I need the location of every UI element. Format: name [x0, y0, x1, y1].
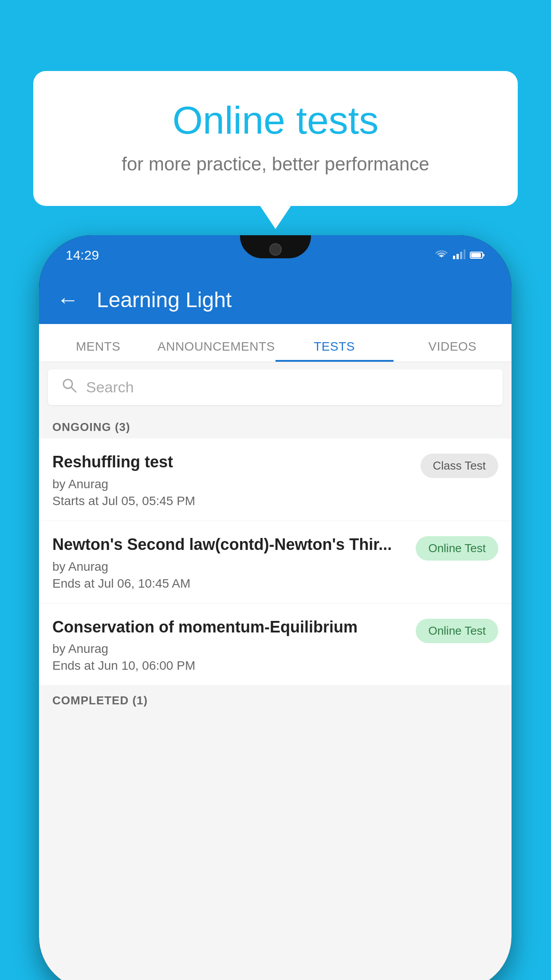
test-title: Conservation of momentum-Equilibrium: [52, 617, 407, 638]
test-by: by Anurag: [52, 560, 407, 574]
battery-icon: [470, 248, 485, 262]
back-button[interactable]: ←: [57, 287, 79, 312]
bubble-title: Online tests: [69, 98, 482, 143]
tab-ments[interactable]: MENTS: [39, 340, 157, 362]
svg-rect-0: [453, 256, 455, 259]
search-bar[interactable]: Search: [48, 369, 503, 405]
search-icon: [61, 377, 77, 397]
test-title: Reshuffling test: [52, 452, 412, 473]
ongoing-section-label: ONGOING (3): [39, 412, 512, 439]
test-date: Starts at Jul 05, 05:45 PM: [52, 494, 412, 508]
bubble-subtitle: for more practice, better performance: [69, 154, 482, 175]
app-title: Learning Light: [97, 288, 232, 312]
svg-rect-5: [483, 254, 484, 257]
search-placeholder: Search: [86, 379, 134, 396]
status-icons: [434, 248, 485, 262]
phone-frame: 14:29: [39, 235, 512, 980]
svg-rect-2: [460, 252, 462, 259]
tab-tests[interactable]: TESTS: [276, 340, 394, 362]
completed-section-label: COMPLETED (1): [39, 686, 512, 712]
test-badge: Class Test: [421, 454, 498, 478]
status-bar: 14:29: [39, 235, 512, 275]
camera: [269, 243, 282, 256]
test-info: Reshuffling test by Anurag Starts at Jul…: [52, 452, 412, 508]
speech-bubble: Online tests for more practice, better p…: [33, 71, 518, 206]
svg-rect-3: [464, 249, 465, 259]
test-badge: Online Test: [416, 619, 498, 643]
app-header: ← Learning Light: [39, 275, 512, 324]
test-item[interactable]: Newton's Second law(contd)-Newton's Thir…: [39, 521, 512, 604]
svg-line-8: [71, 387, 76, 392]
tabs-bar: MENTS ANNOUNCEMENTS TESTS VIDEOS: [39, 324, 512, 362]
test-badge: Online Test: [416, 536, 498, 561]
test-item[interactable]: Reshuffling test by Anurag Starts at Jul…: [39, 439, 512, 521]
content-area: Search ONGOING (3) Reshuffling test by A…: [39, 362, 512, 980]
test-item[interactable]: Conservation of momentum-Equilibrium by …: [39, 604, 512, 686]
notch: [240, 235, 311, 258]
test-info: Newton's Second law(contd)-Newton's Thir…: [52, 534, 407, 591]
test-by: by Anurag: [52, 642, 407, 656]
background: Online tests for more practice, better p…: [0, 0, 551, 980]
test-date: Ends at Jul 06, 10:45 AM: [52, 577, 407, 591]
wifi-icon: [434, 248, 449, 262]
signal-icon: [453, 248, 465, 262]
test-date: Ends at Jun 10, 06:00 PM: [52, 659, 407, 673]
svg-rect-6: [471, 253, 481, 257]
test-title: Newton's Second law(contd)-Newton's Thir…: [52, 534, 407, 555]
svg-rect-1: [457, 254, 459, 259]
test-list: Reshuffling test by Anurag Starts at Jul…: [39, 439, 512, 686]
test-info: Conservation of momentum-Equilibrium by …: [52, 617, 407, 673]
status-time: 14:29: [66, 248, 99, 263]
tab-videos[interactable]: VIDEOS: [394, 340, 512, 362]
tab-announcements[interactable]: ANNOUNCEMENTS: [157, 340, 275, 362]
test-by: by Anurag: [52, 477, 412, 491]
